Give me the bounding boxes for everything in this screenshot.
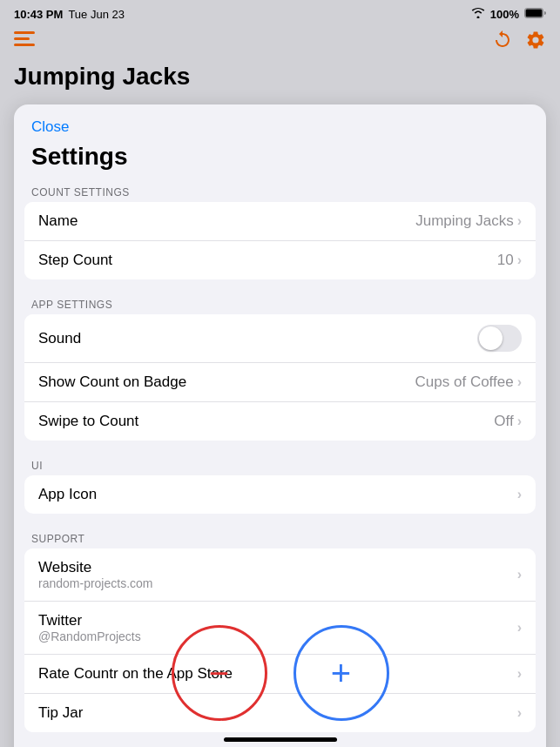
count-settings-group: Name Jumping Jacks › Step Count 10 › xyxy=(24,202,536,279)
status-bar: 10:43 PM Tue Jun 23 100% xyxy=(0,0,560,26)
ui-settings-group: App Icon › xyxy=(24,475,536,514)
settings-title: Settings xyxy=(14,143,546,181)
nav-right-icons xyxy=(492,30,546,56)
svg-rect-4 xyxy=(14,44,35,46)
show-count-badge-label: Show Count on Badge xyxy=(38,374,186,391)
section-label-ui: UI xyxy=(14,454,546,475)
app-icon-chevron-icon: › xyxy=(517,487,522,502)
show-count-badge-row[interactable]: Show Count on Badge Cups of Coffee › xyxy=(24,363,536,402)
increment-button[interactable]: + xyxy=(293,625,389,721)
refresh-icon[interactable] xyxy=(492,30,513,56)
svg-rect-2 xyxy=(14,31,35,34)
status-right: 100% xyxy=(471,8,546,21)
close-btn-row: Close xyxy=(14,104,546,143)
step-count-chevron-icon: › xyxy=(517,252,522,268)
website-chevron-icon: › xyxy=(517,567,522,582)
app-settings-group: Sound Show Count on Badge Cups of Coffee… xyxy=(24,314,536,441)
website-label-stack: Website random-projects.com xyxy=(38,559,153,590)
swipe-to-count-row[interactable]: Swipe to Count Off › xyxy=(24,402,536,441)
app-title: Jumping Jacks xyxy=(0,63,560,104)
swipe-to-count-chevron-icon: › xyxy=(517,414,522,429)
show-count-badge-chevron-icon: › xyxy=(517,374,522,390)
swipe-to-count-value: Off › xyxy=(494,413,522,430)
decrement-button[interactable]: − xyxy=(172,625,267,721)
battery-icon xyxy=(524,8,546,21)
settings-icon[interactable] xyxy=(525,30,546,56)
wifi-icon xyxy=(471,8,485,21)
section-label-count: COUNT SETTINGS xyxy=(14,181,546,202)
step-count-label: Step Count xyxy=(38,252,112,269)
show-count-badge-value: Cups of Coffee › xyxy=(415,374,522,391)
close-button[interactable]: Close xyxy=(31,118,69,136)
app-icon-row[interactable]: App Icon › xyxy=(24,475,536,514)
website-label: Website xyxy=(38,559,153,576)
name-label: Name xyxy=(38,212,78,230)
home-indicator xyxy=(224,737,337,742)
website-row[interactable]: Website random-projects.com › xyxy=(24,548,536,602)
sound-row[interactable]: Sound xyxy=(24,314,536,363)
swipe-to-count-text: Off xyxy=(494,413,513,430)
step-count-row[interactable]: Step Count 10 › xyxy=(24,241,536,279)
battery-percent: 100% xyxy=(490,8,519,21)
svg-rect-3 xyxy=(14,37,30,40)
website-sublabel: random-projects.com xyxy=(38,576,153,590)
app-icon-value: › xyxy=(517,487,522,502)
menu-icon[interactable] xyxy=(14,31,35,54)
name-value-text: Jumping Jacks xyxy=(415,212,513,230)
sound-label: Sound xyxy=(38,330,81,347)
step-count-value-text: 10 xyxy=(497,252,514,269)
section-label-support: SUPPORT xyxy=(14,528,546,548)
name-chevron-icon: › xyxy=(517,213,522,229)
sound-toggle[interactable] xyxy=(477,325,522,352)
step-count-value: 10 › xyxy=(497,252,522,269)
status-date: Tue Jun 23 xyxy=(68,8,125,21)
bottom-buttons: − + xyxy=(0,625,560,721)
svg-rect-1 xyxy=(526,9,543,17)
status-time: 10:43 PM xyxy=(14,8,63,21)
section-label-app: APP SETTINGS xyxy=(14,293,546,314)
app-icon-label: App Icon xyxy=(38,486,97,503)
show-count-badge-text: Cups of Coffee xyxy=(415,374,514,391)
top-nav xyxy=(0,26,560,63)
name-row[interactable]: Name Jumping Jacks › xyxy=(24,202,536,241)
name-value: Jumping Jacks › xyxy=(415,212,522,230)
swipe-to-count-label: Swipe to Count xyxy=(38,413,138,430)
